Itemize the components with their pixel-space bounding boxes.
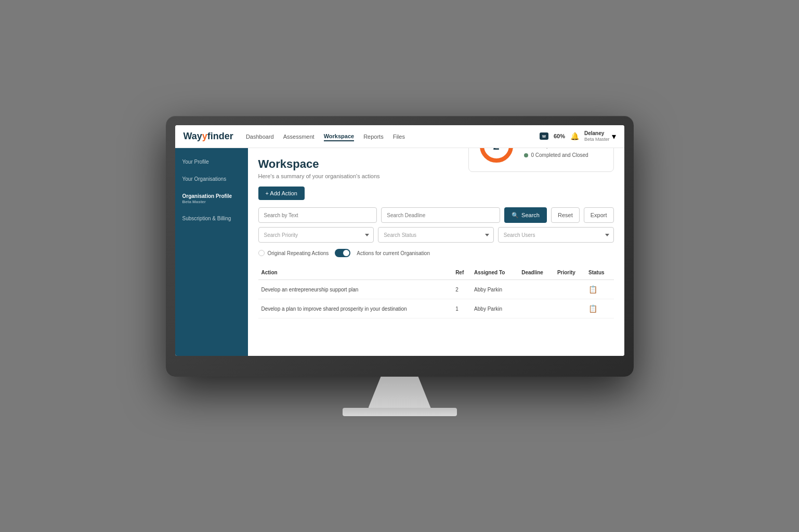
table-row: Develop a plan to improve shared prosper… xyxy=(258,299,614,318)
user-menu[interactable]: Delaney Beta Master ▾ xyxy=(584,130,616,142)
monitor: Wayyfinder Dashboard Assessment Workspac… xyxy=(166,116,634,416)
donut-number: 2 xyxy=(493,148,499,153)
org-actions-toggle[interactable] xyxy=(335,249,350,257)
search-row-2: Search Priority Search Status Search Use… xyxy=(258,227,614,243)
monitor-stand xyxy=(369,377,431,408)
screen: Wayyfinder Dashboard Assessment Workspac… xyxy=(175,125,624,356)
col-priority: Priority xyxy=(554,265,585,280)
row2-ref: 1 xyxy=(452,299,471,318)
nav-workspace[interactable]: Workspace xyxy=(324,132,355,141)
search-row-1: 🔍 Search Reset Export xyxy=(258,207,614,223)
nav-files[interactable]: Files xyxy=(393,132,405,141)
main-content: 2 2 To be Completed 0 Completed for Revi… xyxy=(248,148,624,356)
search-text-input[interactable] xyxy=(258,207,377,223)
search-deadline-input[interactable] xyxy=(381,207,500,223)
row2-priority xyxy=(554,299,585,318)
sidebar: Your Profile Your Organisations Organisa… xyxy=(175,148,248,356)
donut-chart: 2 xyxy=(478,148,515,164)
user-role: Beta Master xyxy=(584,137,610,142)
nav-reports[interactable]: Reports xyxy=(363,132,384,141)
col-status: Status xyxy=(585,265,613,280)
row1-ref: 2 xyxy=(452,280,471,299)
col-action: Action xyxy=(258,265,453,280)
row2-action: Develop a plan to improve shared prosper… xyxy=(258,299,453,318)
percent-label: 60% xyxy=(554,133,565,139)
row2-deadline xyxy=(518,299,554,318)
logo-prefix: Way xyxy=(184,131,202,142)
sidebar-item-organisations[interactable]: Your Organisations xyxy=(175,170,248,188)
table-header-row: Action Ref Assigned To Deadline Priority… xyxy=(258,265,614,280)
users-select[interactable]: Search Users xyxy=(498,227,614,243)
search-area: 🔍 Search Reset Export Search Priority xyxy=(258,207,614,259)
stats-list: 2 To be Completed 0 Completed for Review… xyxy=(524,148,588,160)
monitor-base xyxy=(343,408,457,416)
stats-card: 2 2 To be Completed 0 Completed for Revi… xyxy=(468,148,614,172)
table-row: Develop an entrepreneurship support plan… xyxy=(258,280,614,299)
search-button[interactable]: 🔍 Search xyxy=(504,207,547,223)
row1-action: Develop an entrepreneurship support plan xyxy=(258,280,453,299)
sidebar-item-org-profile[interactable]: Organisation Profile Beta Master xyxy=(175,188,248,210)
toggle2-label: Actions for current Organisation xyxy=(357,250,430,256)
toggle-track xyxy=(335,249,350,257)
col-ref: Ref xyxy=(452,265,471,280)
logo-suffix: finder xyxy=(207,131,233,142)
sidebar-item-profile[interactable]: Your Profile xyxy=(175,153,248,170)
reset-button[interactable]: Reset xyxy=(551,207,580,223)
status-icon: 📋 xyxy=(588,285,597,294)
page-subtitle: Here's a summary of your organisation's … xyxy=(258,173,614,179)
export-button[interactable]: Export xyxy=(584,207,614,223)
top-nav: Wayyfinder Dashboard Assessment Workspac… xyxy=(175,125,624,148)
row2-status: 📋 xyxy=(585,299,613,318)
radio-circle xyxy=(258,250,265,256)
row1-deadline xyxy=(518,280,554,299)
stat-closed: 0 Completed and Closed xyxy=(524,151,588,160)
nav-dashboard[interactable]: Dashboard xyxy=(246,132,274,141)
col-assigned: Assigned To xyxy=(471,265,518,280)
search-icon: 🔍 xyxy=(512,212,519,219)
priority-select[interactable]: Search Priority xyxy=(258,227,374,243)
toggle1-label: Original Repeating Actions xyxy=(268,250,329,256)
original-repeating-toggle[interactable]: Original Repeating Actions xyxy=(258,250,329,256)
col-deadline: Deadline xyxy=(518,265,554,280)
w-badge: w xyxy=(540,132,548,140)
monitor-bezel: Wayyfinder Dashboard Assessment Workspac… xyxy=(166,116,634,377)
row1-status: 📋 xyxy=(585,280,613,299)
sidebar-sub-label: Beta Master xyxy=(182,200,241,205)
add-action-button[interactable]: + Add Action xyxy=(258,187,305,200)
bell-icon[interactable]: 🔔 xyxy=(570,132,579,140)
nav-assessment[interactable]: Assessment xyxy=(283,132,315,141)
toggle-thumb xyxy=(343,250,349,256)
logo-y: y xyxy=(202,131,207,142)
status-icon: 📋 xyxy=(588,304,597,313)
user-name: Delaney xyxy=(584,130,610,137)
logo: Wayyfinder xyxy=(184,131,233,142)
chevron-down-icon: ▾ xyxy=(612,131,616,141)
main-layout: Your Profile Your Organisations Organisa… xyxy=(175,148,624,356)
nav-links: Dashboard Assessment Workspace Reports F… xyxy=(246,132,540,141)
row1-priority xyxy=(554,280,585,299)
actions-table: Action Ref Assigned To Deadline Priority… xyxy=(258,265,614,318)
row1-assigned: Abby Parkin xyxy=(471,280,518,299)
status-select[interactable]: Search Status xyxy=(378,227,494,243)
toggle-row: Original Repeating Actions Actions for c… xyxy=(258,247,614,259)
nav-right: w 60% 🔔 Delaney Beta Master ▾ xyxy=(540,130,616,142)
row2-assigned: Abby Parkin xyxy=(471,299,518,318)
sidebar-item-billing[interactable]: Subscription & Billing xyxy=(175,210,248,227)
